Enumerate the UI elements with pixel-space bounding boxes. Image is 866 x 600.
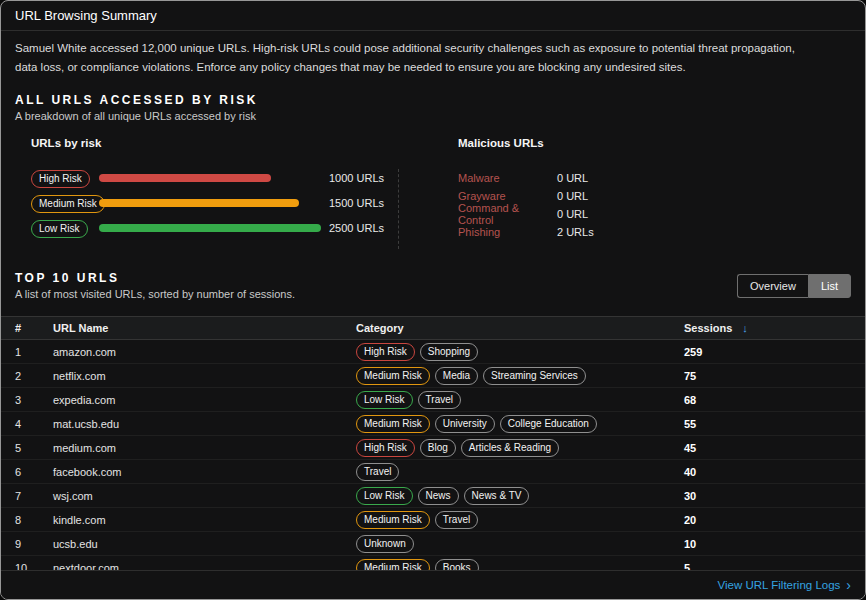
table-row: 2netflix.comMedium RiskMediaStreaming Se… bbox=[1, 364, 865, 388]
url-name-cell: mat.ucsb.edu bbox=[53, 418, 356, 430]
category-cell: High RiskBlogArticles & Reading bbox=[356, 439, 684, 457]
chevron-right-icon: › bbox=[846, 580, 851, 591]
risk-bar-row: High Risk1000 URLs bbox=[31, 165, 398, 190]
footer-link-label: View URL Filtering Logs bbox=[718, 579, 841, 591]
column-header-label: URL Name bbox=[53, 322, 108, 334]
list-button[interactable]: List bbox=[808, 274, 851, 298]
urls-by-risk-title: URLs by risk bbox=[31, 137, 398, 149]
sessions-cell: 75 bbox=[684, 370, 865, 382]
category-tag: News bbox=[418, 487, 459, 505]
sort-descending-icon[interactable]: ↓ bbox=[742, 322, 748, 334]
category-cell: Medium RiskUniversityCollege Education bbox=[356, 415, 684, 433]
section-title-all-urls: ALL URLS ACCESSED BY RISK bbox=[15, 93, 851, 107]
table-row: 3expedia.comLow RiskTravel68 bbox=[1, 388, 865, 412]
url-name-cell: ucsb.edu bbox=[53, 538, 356, 550]
panel-title: URL Browsing Summary bbox=[15, 8, 157, 23]
column-header-label: Category bbox=[356, 322, 404, 334]
rank-cell: 4 bbox=[15, 418, 53, 430]
rank-cell: 1 bbox=[15, 346, 53, 358]
section-subtitle-all-urls: A breakdown of all unique URLs accessed … bbox=[15, 110, 851, 123]
view-toggle: OverviewList bbox=[737, 274, 851, 298]
table-row: 9ucsb.eduUnknown10 bbox=[1, 532, 865, 556]
all-urls-by-risk-section: ALL URLS ACCESSED BY RISK A breakdown of… bbox=[1, 93, 865, 249]
summary-description: Samuel White accessed 12,000 unique URLs… bbox=[1, 31, 865, 87]
risk-panels: URLs by risk High Risk1000 URLsMedium Ri… bbox=[15, 137, 851, 249]
malicious-rows: Malware0 URLGrayware0 URLCommand & Contr… bbox=[458, 169, 594, 241]
table-row: 1amazon.comHigh RiskShopping259 bbox=[1, 340, 865, 364]
category-cell: Medium RiskTravel bbox=[356, 511, 684, 529]
category-tag: Articles & Reading bbox=[461, 439, 559, 457]
sessions-cell: 259 bbox=[684, 346, 865, 358]
rank-cell: 2 bbox=[15, 370, 53, 382]
category-cell: Medium RiskMediaStreaming Services bbox=[356, 367, 684, 385]
url-name-cell: kindle.com bbox=[53, 514, 356, 526]
sessions-cell: 20 bbox=[684, 514, 865, 526]
category-cell: High RiskShopping bbox=[356, 343, 684, 361]
category-tag: Medium Risk bbox=[356, 511, 430, 529]
risk-badge-col: Low Risk bbox=[31, 218, 99, 238]
table-header-row: #URL NameCategorySessions↓ bbox=[1, 316, 865, 340]
url-name-cell: expedia.com bbox=[53, 394, 356, 406]
rank-cell: 5 bbox=[15, 442, 53, 454]
url-browsing-summary-panel: URL Browsing Summary Samuel White access… bbox=[0, 0, 866, 600]
rank-cell: 3 bbox=[15, 394, 53, 406]
malicious-row: Malware0 URL bbox=[458, 169, 594, 187]
url-name-cell: facebook.com bbox=[53, 466, 356, 478]
risk-bar-rows: High Risk1000 URLsMedium Risk1500 URLsLo… bbox=[31, 165, 398, 240]
risk-badge-low: Low Risk bbox=[31, 220, 88, 238]
category-tag: Medium Risk bbox=[356, 415, 430, 433]
table-body: 1amazon.comHigh RiskShopping2592netflix.… bbox=[1, 340, 865, 580]
risk-badge-col: High Risk bbox=[31, 168, 99, 188]
url-name-cell: medium.com bbox=[53, 442, 356, 454]
column-header-urlname: URL Name bbox=[53, 322, 356, 334]
category-tag: Streaming Services bbox=[483, 367, 586, 385]
category-tag: Travel bbox=[418, 391, 461, 409]
risk-bar-row: Medium Risk1500 URLs bbox=[31, 190, 398, 215]
malicious-value: 0 URL bbox=[557, 190, 588, 202]
overview-button[interactable]: Overview bbox=[737, 274, 808, 298]
category-tag: Travel bbox=[356, 463, 399, 481]
category-cell: Travel bbox=[356, 463, 684, 481]
malicious-value: 0 URL bbox=[557, 208, 588, 220]
category-tag: News & TV bbox=[464, 487, 530, 505]
table-row: 8kindle.comMedium RiskTravel20 bbox=[1, 508, 865, 532]
vertical-dashed-divider bbox=[398, 169, 399, 249]
column-header-label: Sessions bbox=[684, 322, 732, 334]
category-tag: Low Risk bbox=[356, 391, 413, 409]
category-tag: Medium Risk bbox=[356, 367, 430, 385]
malicious-row: Command & Control0 URL bbox=[458, 205, 594, 223]
malicious-label: Phishing bbox=[458, 226, 557, 238]
risk-bar-value: 1000 URLs bbox=[329, 172, 384, 184]
column-header-sessions[interactable]: Sessions↓ bbox=[684, 322, 865, 334]
panel-title-bar: URL Browsing Summary bbox=[1, 1, 865, 31]
sessions-cell: 10 bbox=[684, 538, 865, 550]
section-title-top-10-urls: TOP 10 URLS bbox=[15, 271, 295, 285]
risk-bar-row: Low Risk2500 URLs bbox=[31, 215, 398, 240]
urls-by-risk-chart: URLs by risk High Risk1000 URLsMedium Ri… bbox=[15, 137, 398, 249]
top-urls-header: TOP 10 URLS A list of most visited URLs,… bbox=[1, 271, 865, 301]
risk-bar-track bbox=[99, 199, 321, 207]
table-row: 4mat.ucsb.eduMedium RiskUniversityColleg… bbox=[1, 412, 865, 436]
risk-bar-medium bbox=[99, 199, 299, 207]
category-tag: High Risk bbox=[356, 343, 415, 361]
category-tag: High Risk bbox=[356, 439, 415, 457]
malicious-label: Grayware bbox=[458, 190, 557, 202]
risk-badge-col: Medium Risk bbox=[31, 193, 99, 213]
malicious-urls-panel: Malicious URLs Malware0 URLGrayware0 URL… bbox=[458, 137, 594, 249]
category-tag: Shopping bbox=[420, 343, 478, 361]
url-name-cell: wsj.com bbox=[53, 490, 356, 502]
category-tag: College Education bbox=[500, 415, 597, 433]
rank-cell: 9 bbox=[15, 538, 53, 550]
risk-bar-track bbox=[99, 174, 321, 182]
column-header-label: # bbox=[15, 322, 21, 334]
malicious-value: 2 URLs bbox=[557, 226, 594, 238]
table-row: 6facebook.comTravel40 bbox=[1, 460, 865, 484]
rank-cell: 7 bbox=[15, 490, 53, 502]
column-header-: # bbox=[15, 322, 53, 334]
column-header-category: Category bbox=[356, 322, 684, 334]
malicious-row: Phishing2 URLs bbox=[458, 223, 594, 241]
sessions-cell: 55 bbox=[684, 418, 865, 430]
view-url-filtering-logs-link[interactable]: View URL Filtering Logs › bbox=[718, 579, 851, 591]
panel-footer: View URL Filtering Logs › bbox=[1, 570, 865, 599]
section-subtitle-top-10-urls: A list of most visited URLs, sorted by n… bbox=[15, 288, 295, 301]
